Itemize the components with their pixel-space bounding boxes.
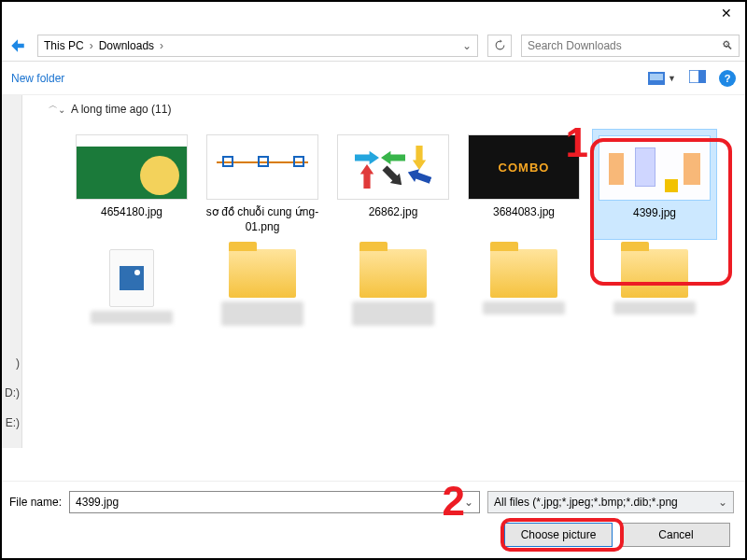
bc-this-pc[interactable]: This PC: [44, 39, 84, 52]
search-icon: 🔍︎: [722, 39, 733, 52]
filename-label: File name:: [9, 496, 62, 509]
sidebar-item-e[interactable]: E:): [6, 416, 20, 429]
search-placeholder: Search Downloads: [528, 39, 622, 52]
breadcrumb[interactable]: This PC › Downloads › ⌄: [37, 35, 478, 57]
file-item[interactable]: sơ đồ chuỗi cung ứng-01.png: [200, 129, 325, 240]
chevron-down-icon: ⌄: [58, 105, 65, 115]
thumbnail: [337, 134, 449, 200]
thumbnail: COMBO: [468, 134, 580, 200]
filter-text: All files (*.jpg;*.jpeg;*.bmp;*.dib;*.pn…: [494, 496, 678, 509]
chevron-down-icon[interactable]: ⌄: [718, 496, 727, 509]
nav-tree[interactable]: ) D:) E:): [2, 95, 22, 448]
thumbnail: [599, 135, 711, 201]
thumbnail: [206, 134, 318, 200]
file-name-blurred: [221, 301, 303, 326]
new-folder-button[interactable]: New folder: [11, 72, 64, 85]
chevron-right-icon: ›: [160, 39, 163, 52]
chevron-down-icon[interactable]: ⌄: [464, 496, 473, 509]
chevron-right-icon: ›: [90, 39, 93, 52]
preview-pane-button[interactable]: [689, 70, 706, 86]
filetype-filter[interactable]: All files (*.jpg;*.jpeg;*.bmp;*.dib;*.pn…: [487, 491, 734, 513]
annotation-number-1: 1: [566, 119, 588, 166]
view-mode-button[interactable]: ▼: [648, 72, 676, 85]
caret-down-icon: ▼: [668, 74, 676, 83]
group-label: A long time ago (11): [71, 103, 171, 116]
search-input[interactable]: Search Downloads 🔍︎: [521, 35, 740, 57]
bc-downloads[interactable]: Downloads: [99, 39, 154, 52]
svg-rect-1: [650, 74, 663, 80]
file-item-selected[interactable]: 4399.jpg: [592, 129, 717, 240]
thumbnail: [76, 134, 188, 200]
file-item[interactable]: 4654180.jpg: [69, 129, 194, 240]
file-name-blurred: [352, 301, 434, 326]
file-list[interactable]: ︿ ⌄ A long time ago (11) 4654180.jpg sơ …: [22, 95, 745, 448]
sidebar-item-d[interactable]: D:): [5, 386, 20, 399]
file-name-blurred: [483, 301, 565, 315]
folder-icon: [490, 249, 557, 298]
folder-icon: [621, 249, 688, 298]
file-name-blurred: [613, 301, 696, 315]
file-name: 26862.jpg: [369, 205, 418, 220]
file-name: 3684083.jpg: [493, 205, 555, 220]
folder-item[interactable]: [592, 245, 717, 329]
file-name: 4654180.jpg: [101, 205, 162, 220]
filename-value: 4399.jpg: [76, 496, 119, 509]
folder-item[interactable]: [461, 245, 586, 329]
file-item[interactable]: [69, 245, 194, 329]
nav-back-icon[interactable]: [7, 35, 28, 56]
refresh-button[interactable]: [487, 35, 512, 57]
file-name: 4399.jpg: [633, 206, 676, 221]
folder-item[interactable]: [200, 245, 325, 329]
image-file-icon: [109, 249, 154, 307]
close-icon[interactable]: ✕: [721, 6, 732, 21]
file-name-blurred: [91, 311, 173, 324]
choose-picture-button[interactable]: Choose picture: [504, 523, 613, 547]
cancel-button[interactable]: Cancel: [622, 523, 730, 547]
annotation-number-2: 2: [443, 478, 465, 525]
folder-icon: [229, 249, 296, 298]
scroll-up-icon[interactable]: ︿: [49, 99, 58, 112]
file-name: sơ đồ chuỗi cung ứng-01.png: [204, 205, 321, 234]
folder-item[interactable]: [331, 245, 456, 329]
group-header[interactable]: ⌄ A long time ago (11): [58, 103, 736, 116]
file-item[interactable]: 26862.jpg: [331, 129, 456, 240]
help-icon[interactable]: ?: [719, 70, 736, 87]
folder-icon: [359, 249, 427, 298]
sidebar-item[interactable]: ): [16, 357, 20, 370]
filename-input[interactable]: 4399.jpg ⌄: [69, 491, 480, 513]
svg-rect-3: [698, 70, 706, 83]
chevron-down-icon[interactable]: ⌄: [462, 39, 472, 52]
